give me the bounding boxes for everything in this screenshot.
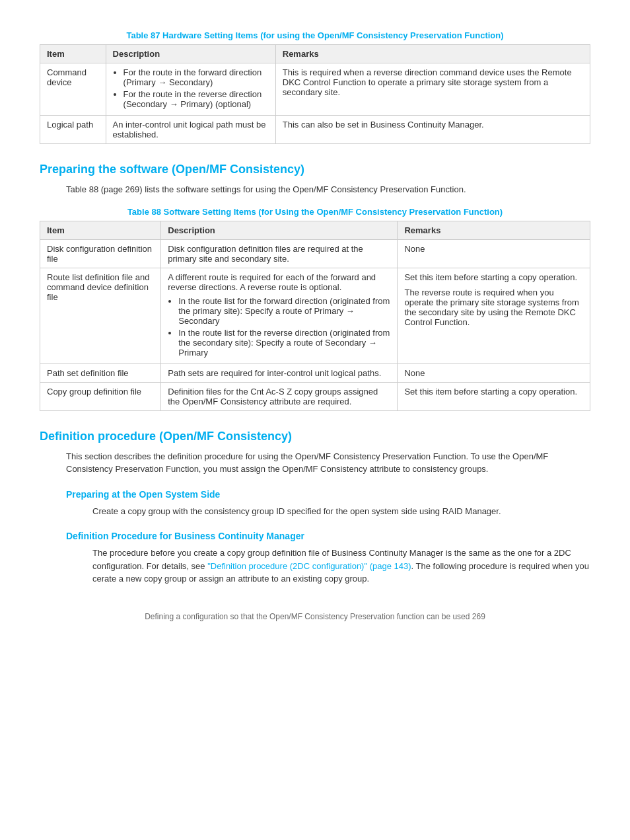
- table88-row3-remarks: None: [398, 363, 590, 382]
- table88-row3-item: Path set definition file: [40, 363, 161, 382]
- table-row: Logical path An inter-control unit logic…: [40, 116, 590, 144]
- table87-row1-desc-bullet1: For the route in the forward direction (…: [123, 67, 269, 87]
- table88-row4-item: Copy group definition file: [40, 382, 161, 410]
- table88-row2-remark1: Set this item before starting a copy ope…: [404, 272, 583, 282]
- table88-row1-remarks: None: [398, 239, 590, 268]
- table-row: Disk configuration definition file Disk …: [40, 239, 590, 268]
- subsection-open-body: Create a copy group with the consistency…: [92, 505, 590, 518]
- table88-header-item: Item: [40, 221, 161, 239]
- table88-caption: Table 88 Software Setting Items (for Usi…: [40, 207, 590, 217]
- table88-row2-remark2: The reverse route is required when you o…: [404, 287, 583, 327]
- table88-row2-remarks: Set this item before starting a copy ope…: [398, 268, 590, 363]
- table87: Item Description Remarks Command device …: [40, 44, 590, 144]
- table87-header-item: Item: [40, 45, 106, 63]
- table88-row3-description: Path sets are required for inter-control…: [161, 363, 398, 382]
- table88-row2-desc-intro: A different route is required for each o…: [168, 272, 376, 292]
- table87-row2-description: An inter-control unit logical path must …: [106, 116, 275, 144]
- table88-row4-description: Definition files for the Cnt Ac-S Z copy…: [161, 382, 398, 410]
- table88-row1-item: Disk configuration definition file: [40, 239, 161, 268]
- table87-row2-remarks: This can also be set in Business Continu…: [275, 116, 590, 144]
- section-definition-title: Definition procedure (Open/MF Consistenc…: [40, 430, 590, 443]
- table87-row1-item: Command device: [40, 63, 106, 116]
- table88-header-description: Description: [161, 221, 398, 239]
- table88-row4-remarks: Set this item before starting a copy ope…: [398, 382, 590, 410]
- table87-row2-item: Logical path: [40, 116, 106, 144]
- table88-row1-description: Disk configuration definition files are …: [161, 239, 398, 268]
- table88-row2-bullet2: In the route list for the reverse direct…: [178, 328, 390, 358]
- subsection-bcm-body: The procedure before you create a copy g…: [92, 547, 590, 586]
- section-preparing-intro: Table 88 (page 269) lists the software s…: [66, 183, 590, 196]
- table87-row1-remarks: This is required when a reverse directio…: [275, 63, 590, 116]
- table-row: Copy group definition file Definition fi…: [40, 382, 590, 410]
- table87-header-remarks: Remarks: [275, 45, 590, 63]
- table-row: Command device For the route in the forw…: [40, 63, 590, 116]
- table87-header-description: Description: [106, 45, 275, 63]
- section-definition-body: This section describes the definition pr…: [66, 450, 590, 476]
- table87-row1-description: For the route in the forward direction (…: [106, 63, 275, 116]
- table88-row2-item: Route list definition file and command d…: [40, 268, 161, 363]
- subsection-open-title: Preparing at the Open System Side: [66, 489, 590, 500]
- table88-row2-bullet1: In the route list for the forward direct…: [178, 296, 390, 326]
- page-footer: Defining a configuration so that the Ope…: [40, 612, 590, 621]
- section-preparing-title: Preparing the software (Open/MF Consiste…: [40, 163, 590, 176]
- subsection-bcm-title: Definition Procedure for Business Contin…: [66, 531, 590, 541]
- table88-row2-description: A different route is required for each o…: [161, 268, 398, 363]
- table-row: Route list definition file and command d…: [40, 268, 590, 363]
- table87-row1-desc-bullet2: For the route in the reverse direction (…: [123, 89, 269, 109]
- subsection-bcm-link[interactable]: "Definition procedure (2DC configuration…: [207, 561, 411, 571]
- table88-header-remarks: Remarks: [398, 221, 590, 239]
- table-row: Path set definition file Path sets are r…: [40, 363, 590, 382]
- table87-caption: Table 87 Hardware Setting Items (for usi…: [40, 30, 590, 40]
- table88: Item Description Remarks Disk configurat…: [40, 221, 590, 411]
